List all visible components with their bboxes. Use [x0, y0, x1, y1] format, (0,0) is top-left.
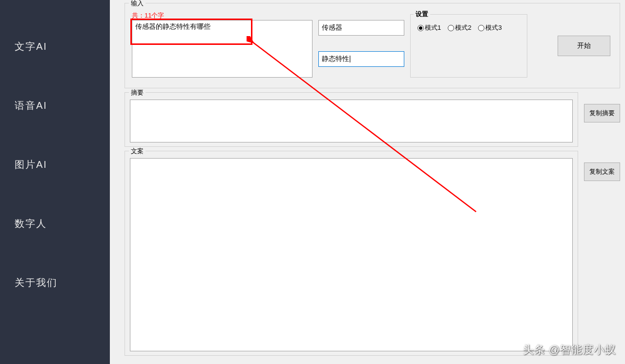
radio-mode-1[interactable]: 模式1	[417, 23, 441, 32]
radio-label: 模式1	[425, 23, 441, 32]
main-panel: 输入 共：11个字 设置 模式1 模式2	[110, 0, 625, 364]
radio-mode-2[interactable]: 模式2	[448, 23, 471, 32]
settings-groupbox: 设置 模式1 模式2 模式3	[410, 14, 527, 78]
keyword-input-2[interactable]	[318, 51, 404, 67]
summary-title: 摘要	[129, 88, 146, 97]
main-input-textarea[interactable]	[132, 20, 312, 78]
char-count-label: 共：11个字	[132, 11, 164, 20]
content-title: 文案	[129, 147, 146, 156]
sidebar-item-digital-human[interactable]: 数字人	[0, 211, 110, 236]
radio-icon	[448, 25, 454, 31]
start-button[interactable]: 开始	[558, 36, 610, 56]
sidebar: 文字AI 语音AI 图片AI 数字人 关于我们	[0, 0, 110, 364]
radio-icon	[478, 25, 484, 31]
radio-mode-3[interactable]: 模式3	[478, 23, 501, 32]
copy-content-button[interactable]: 复制文案	[584, 162, 620, 181]
summary-textarea[interactable]	[130, 100, 573, 142]
sidebar-item-about[interactable]: 关于我们	[0, 270, 110, 295]
sidebar-item-image-ai[interactable]: 图片AI	[0, 152, 110, 177]
radio-label: 模式3	[485, 23, 501, 32]
watermark-text: 头条 @智能度小蚁	[523, 343, 616, 357]
sidebar-item-voice-ai[interactable]: 语音AI	[0, 93, 110, 118]
sidebar-item-text-ai[interactable]: 文字AI	[0, 34, 110, 59]
radio-label: 模式2	[455, 23, 471, 32]
settings-title: 设置	[414, 10, 430, 19]
copy-summary-button[interactable]: 复制摘要	[584, 104, 620, 122]
input-groupbox: 输入 共：11个字 设置 模式1 模式2	[125, 3, 620, 88]
content-groupbox: 文案	[125, 151, 578, 356]
content-textarea[interactable]	[130, 158, 573, 351]
keyword-input-1[interactable]	[318, 20, 404, 36]
input-section-title: 输入	[129, 0, 146, 8]
radio-icon	[417, 25, 424, 31]
summary-groupbox: 摘要	[125, 92, 578, 147]
